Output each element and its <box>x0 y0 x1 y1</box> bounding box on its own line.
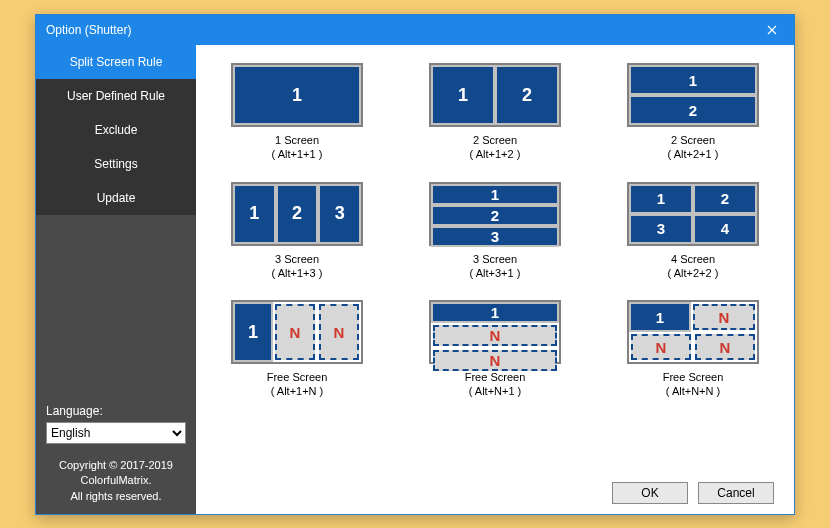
sidebar-item-label: Update <box>97 191 136 205</box>
rule-preview: 1 2 3 <box>231 182 363 246</box>
rule-shortcut: ( Alt+1+2 ) <box>470 147 521 161</box>
pane: 2 <box>629 95 757 125</box>
rule-title: 3 Screen <box>272 252 323 266</box>
rule-caption: 4 Screen ( Alt+2+2 ) <box>668 252 719 281</box>
rule-caption: 2 Screen ( Alt+2+1 ) <box>668 133 719 162</box>
rule-title: 3 Screen <box>470 252 521 266</box>
rule-title: 4 Screen <box>668 252 719 266</box>
pane: 1 <box>233 302 273 362</box>
ok-button[interactable]: OK <box>612 482 688 504</box>
rule-shortcut: ( Alt+2+2 ) <box>668 266 719 280</box>
pane-free: N <box>631 334 691 360</box>
rule-title: 1 Screen <box>272 133 323 147</box>
titlebar: Option (Shutter) <box>36 15 794 45</box>
sidebar-item-user-defined-rule[interactable]: User Defined Rule <box>36 79 196 113</box>
rule-cell-free-n1[interactable]: 1 N N Free Screen ( Alt+N+1 ) <box>416 300 574 399</box>
sidebar-spacer <box>36 215 196 404</box>
rule-caption: Free Screen ( Alt+N+1 ) <box>465 370 526 399</box>
sidebar: Split Screen Rule User Defined Rule Excl… <box>36 45 196 514</box>
rule-cell-free-1n[interactable]: 1 N N Free Screen ( Alt+1+N ) <box>218 300 376 399</box>
rule-caption: 2 Screen ( Alt+1+2 ) <box>470 133 521 162</box>
pane: 3 <box>431 226 559 247</box>
rule-preview: 1 2 3 4 <box>627 182 759 246</box>
main-panel: 1 1 Screen ( Alt+1+1 ) 1 2 <box>196 45 794 514</box>
rule-shortcut: ( Alt+2+1 ) <box>668 147 719 161</box>
copyright-text: Copyright © 2017-2019 ColorfulMatrix. Al… <box>46 458 186 504</box>
button-label: OK <box>641 486 658 500</box>
sidebar-item-exclude[interactable]: Exclude <box>36 113 196 147</box>
window-body: Split Screen Rule User Defined Rule Excl… <box>36 45 794 514</box>
pane-free: N <box>433 325 557 346</box>
rule-shortcut: ( Alt+1+1 ) <box>272 147 323 161</box>
pane-free: N <box>275 304 315 360</box>
rule-preview: 1 N N N <box>627 300 759 364</box>
sidebar-item-label: Settings <box>94 157 137 171</box>
pane: 1 <box>431 65 495 125</box>
pane: 2 <box>693 184 757 214</box>
sidebar-item-label: Split Screen Rule <box>70 55 163 69</box>
rule-caption: Free Screen ( Alt+1+N ) <box>267 370 328 399</box>
rule-caption: 3 Screen ( Alt+1+3 ) <box>272 252 323 281</box>
language-select[interactable]: English <box>46 422 186 444</box>
rule-preview: 1 N N <box>231 300 363 364</box>
rule-cell-2screen-h[interactable]: 1 2 2 Screen ( Alt+1+2 ) <box>416 63 574 162</box>
rule-shortcut: ( Alt+1+3 ) <box>272 266 323 280</box>
copyright-line: All rights reserved. <box>46 489 186 504</box>
pane: 2 <box>495 65 559 125</box>
language-label: Language: <box>46 404 186 418</box>
sidebar-nav: Split Screen Rule User Defined Rule Excl… <box>36 45 196 215</box>
pane: 2 <box>431 205 559 226</box>
pane: 3 <box>629 214 693 244</box>
pane-free: N <box>693 304 755 330</box>
rule-title: Free Screen <box>267 370 328 384</box>
copyright-line: ColorfulMatrix. <box>46 473 186 488</box>
rule-preview: 1 <box>231 63 363 127</box>
sidebar-item-update[interactable]: Update <box>36 181 196 215</box>
pane: 4 <box>693 214 757 244</box>
rule-cell-4screen[interactable]: 1 2 3 4 4 Screen ( Alt+2+2 ) <box>614 182 772 281</box>
rule-cell-3screen-v[interactable]: 1 2 3 3 Screen ( Alt+3+1 ) <box>416 182 574 281</box>
sidebar-item-settings[interactable]: Settings <box>36 147 196 181</box>
close-button[interactable] <box>749 15 794 45</box>
pane: 2 <box>276 184 319 244</box>
rule-preview: 1 2 <box>627 63 759 127</box>
rule-cell-3screen-h[interactable]: 1 2 3 3 Screen ( Alt+1+3 ) <box>218 182 376 281</box>
sidebar-footer: Language: English Copyright © 2017-2019 … <box>36 404 196 514</box>
sidebar-item-label: Exclude <box>95 123 138 137</box>
rule-title: Free Screen <box>663 370 724 384</box>
pane: 1 <box>233 184 276 244</box>
rule-title: Free Screen <box>465 370 526 384</box>
rule-shortcut: ( Alt+N+N ) <box>663 384 724 398</box>
pane-free: N <box>695 334 755 360</box>
rule-caption: 1 Screen ( Alt+1+1 ) <box>272 133 323 162</box>
rule-cell-1screen[interactable]: 1 1 Screen ( Alt+1+1 ) <box>218 63 376 162</box>
pane: 1 <box>431 184 559 205</box>
close-icon <box>767 25 777 35</box>
rule-shortcut: ( Alt+N+1 ) <box>465 384 526 398</box>
button-label: Cancel <box>717 486 754 500</box>
rule-caption: 3 Screen ( Alt+3+1 ) <box>470 252 521 281</box>
rule-shortcut: ( Alt+1+N ) <box>267 384 328 398</box>
rule-title: 2 Screen <box>470 133 521 147</box>
pane-free: N <box>319 304 359 360</box>
pane-free: N <box>433 350 557 371</box>
cancel-button[interactable]: Cancel <box>698 482 774 504</box>
rule-cell-free-nn[interactable]: 1 N N N Free Screen ( Alt+N+N ) <box>614 300 772 399</box>
pane: 1 <box>431 302 559 323</box>
rule-preview: 1 2 <box>429 63 561 127</box>
sidebar-item-label: User Defined Rule <box>67 89 165 103</box>
copyright-line: Copyright © 2017-2019 <box>46 458 186 473</box>
option-window: Option (Shutter) Split Screen Rule User … <box>35 14 795 515</box>
rule-caption: Free Screen ( Alt+N+N ) <box>663 370 724 399</box>
rule-preview: 1 2 3 <box>429 182 561 246</box>
pane: 3 <box>318 184 361 244</box>
rule-cell-2screen-v[interactable]: 1 2 2 Screen ( Alt+2+1 ) <box>614 63 772 162</box>
rule-preview: 1 N N <box>429 300 561 364</box>
dialog-footer: OK Cancel <box>612 482 774 504</box>
sidebar-item-split-screen-rule[interactable]: Split Screen Rule <box>36 45 196 79</box>
pane: 1 <box>629 302 691 332</box>
rule-grid: 1 1 Screen ( Alt+1+1 ) 1 2 <box>218 63 772 399</box>
window-title: Option (Shutter) <box>46 23 131 37</box>
pane: 1 <box>629 184 693 214</box>
pane: 1 <box>629 65 757 95</box>
